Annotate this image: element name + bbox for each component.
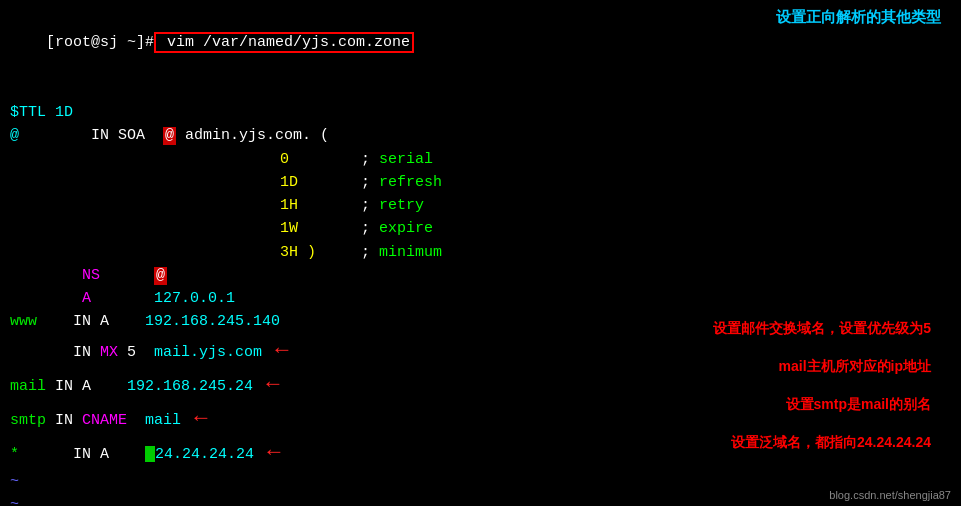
- minimum-label: minimum: [379, 244, 442, 261]
- minimum-semi: ;: [361, 244, 379, 261]
- ns-spaces: [10, 267, 82, 284]
- a-local-tab: [91, 290, 154, 307]
- retry-line: 1H ; retry: [10, 194, 951, 217]
- command-box: vim /var/named/yjs.com.zone: [154, 32, 414, 53]
- retry-spaces: [10, 197, 280, 214]
- smtp-tab: IN: [46, 412, 82, 429]
- a-local-spaces: [10, 290, 82, 307]
- command-text: vim /var/named/yjs.com.zone: [158, 34, 410, 51]
- ns-keyword: NS: [82, 267, 100, 284]
- annotation-wildcard: 设置泛域名，都指向24.24.24.24: [731, 434, 931, 452]
- at-box: @: [163, 127, 176, 145]
- soa-in: IN SOA: [19, 127, 163, 144]
- annotation-mail: mail主机所对应的ip地址: [779, 358, 931, 376]
- soa-rest: admin.yjs.com. (: [176, 127, 329, 144]
- serial-line: 0 ; serial: [10, 148, 951, 171]
- expire-spaces: [10, 220, 280, 237]
- mail-name: mail: [10, 378, 46, 395]
- expire-val: 1W: [280, 220, 298, 237]
- serial-spaces: [10, 151, 280, 168]
- annotation-title: 设置正向解析的其他类型: [776, 8, 941, 27]
- expire-spaces2: [298, 220, 361, 237]
- expire-line: 1W ; expire: [10, 217, 951, 240]
- cursor: [145, 446, 155, 462]
- refresh-label: refresh: [379, 174, 442, 191]
- minimum-spaces: [10, 244, 280, 261]
- mx-host: mail.yjs.com: [154, 344, 262, 361]
- retry-semi: ;: [361, 197, 379, 214]
- ttl-text: $TTL 1D: [10, 104, 73, 121]
- retry-label: retry: [379, 197, 424, 214]
- smtp-name: smtp: [10, 412, 46, 429]
- terminal: [root@sj ~]# vim /var/named/yjs.com.zone…: [0, 0, 961, 506]
- retry-val: 1H: [280, 197, 298, 214]
- refresh-line: 1D ; refresh: [10, 171, 951, 194]
- serial-spaces2: [289, 151, 361, 168]
- refresh-spaces: [10, 174, 280, 191]
- mx-tab: 5: [118, 344, 154, 361]
- smtp-tab2: [127, 412, 145, 429]
- a-local-ip: 127.0.0.1: [154, 290, 235, 307]
- wildcard-tab: IN A: [19, 446, 145, 463]
- www-ip: 192.168.245.140: [145, 313, 280, 330]
- refresh-val: 1D: [280, 174, 298, 191]
- prompt: [root@sj ~]#: [46, 34, 154, 51]
- smtp-keyword: CNAME: [82, 412, 127, 429]
- minimum-val: 3H ): [280, 244, 316, 261]
- minimum-spaces2: [316, 244, 361, 261]
- wildcard-arrow: ←: [254, 440, 280, 465]
- mx-keyword: MX: [100, 344, 118, 361]
- a-local-keyword: A: [82, 290, 91, 307]
- ns-line: NS @: [10, 264, 951, 287]
- smtp-arrow: ←: [181, 406, 207, 431]
- refresh-spaces2: [298, 174, 361, 191]
- wildcard-star: *: [10, 446, 19, 463]
- minimum-line: 3H ) ; minimum: [10, 241, 951, 264]
- mail-arrow: ←: [253, 372, 279, 397]
- www-tab: IN A: [37, 313, 145, 330]
- www-name: www: [10, 313, 37, 330]
- at-symbol: @: [10, 127, 19, 144]
- serial-val: 0: [280, 151, 289, 168]
- serial-label: serial: [379, 151, 433, 168]
- tilde-line-2: ~: [10, 493, 951, 506]
- serial-semi: ;: [361, 151, 379, 168]
- smtp-alias: mail: [145, 412, 181, 429]
- wildcard-ip: 24.24.24.24: [155, 446, 254, 463]
- tilde-line-1: ~: [10, 470, 951, 493]
- retry-spaces2: [298, 197, 361, 214]
- mx-spaces: IN: [10, 344, 100, 361]
- ns-at: @: [154, 267, 167, 285]
- expire-semi: ;: [361, 220, 379, 237]
- mail-ip: 192.168.245.24: [127, 378, 253, 395]
- tilde-1: ~: [10, 473, 19, 490]
- ttl-line: $TTL 1D: [10, 101, 951, 124]
- ns-tab: [100, 267, 154, 284]
- tilde-2: ~: [10, 496, 19, 506]
- expire-label: expire: [379, 220, 433, 237]
- blank-line-1: [10, 78, 951, 101]
- soa-line: @ IN SOA @ admin.yjs.com. (: [10, 124, 951, 147]
- a-local-line: A 127.0.0.1: [10, 287, 951, 310]
- annotation-mx: 设置邮件交换域名，设置优先级为5: [713, 320, 931, 338]
- refresh-semi: ;: [361, 174, 379, 191]
- mx-arrow: ←: [262, 338, 288, 363]
- watermark: blog.csdn.net/shengjia87: [829, 489, 951, 501]
- annotation-smtp: 设置smtp是mail的别名: [786, 396, 931, 414]
- mail-tab: IN A: [46, 378, 127, 395]
